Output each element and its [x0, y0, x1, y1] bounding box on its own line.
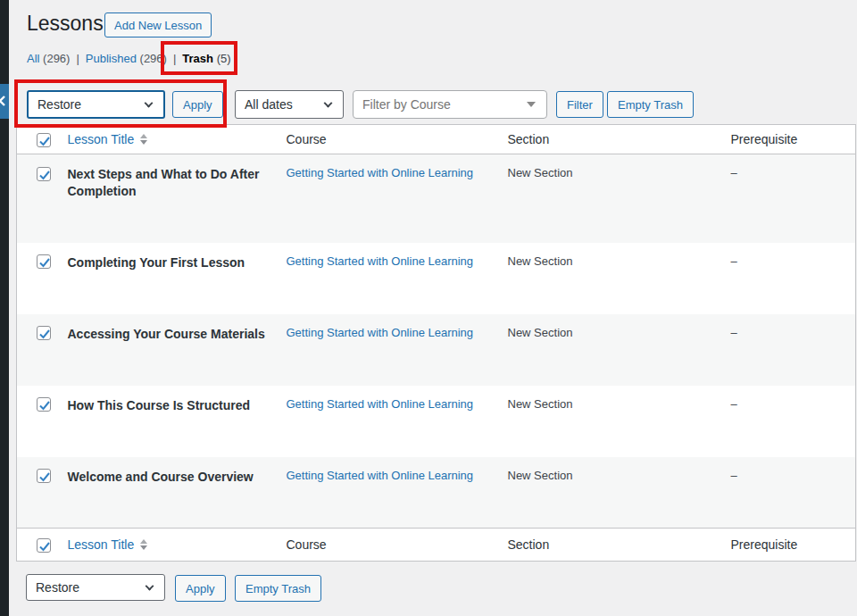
prerequisite-cell: –	[722, 314, 856, 386]
column-footer-title: Lesson Title	[68, 537, 135, 552]
course-link[interactable]: Getting Started with Online Learning	[287, 469, 474, 482]
dropdown-arrow-icon	[527, 102, 536, 107]
lesson-title: Completing Your First Lesson	[59, 243, 278, 314]
table-footer-row: Lesson Title Course Section Prerequisite	[17, 529, 856, 562]
sidebar-active-item[interactable]	[0, 84, 9, 119]
dates-filter-select[interactable]: All dates	[235, 90, 344, 119]
column-footer-course: Course	[278, 529, 499, 562]
table-row: How This Course Is Structured Getting St…	[17, 386, 856, 457]
prerequisite-cell: –	[722, 243, 856, 314]
course-link[interactable]: Getting Started with Online Learning	[287, 166, 474, 179]
table-row: Completing Your First Lesson Getting Sta…	[17, 243, 856, 314]
chevron-down-icon	[146, 582, 154, 591]
table-row: Next Steps and What to Do After Completi…	[17, 154, 856, 243]
bulk-action-value: Restore	[37, 97, 81, 112]
sort-by-title-link-bottom[interactable]: Lesson Title	[68, 537, 148, 552]
course-link[interactable]: Getting Started with Online Learning	[287, 326, 474, 339]
dates-filter-value: All dates	[245, 97, 293, 112]
section-cell: New Section	[499, 386, 722, 457]
prerequisite-cell: –	[722, 386, 856, 457]
chevron-down-icon	[324, 99, 333, 108]
lesson-title: Next Steps and What to Do After Completi…	[59, 154, 278, 243]
section-cell: New Section	[499, 314, 722, 386]
lesson-title: Accessing Your Course Materials	[59, 314, 278, 386]
view-trash-link[interactable]: Trash (5)	[182, 52, 230, 65]
apply-button[interactable]: Apply	[172, 91, 223, 118]
apply-button-bottom[interactable]: Apply	[175, 575, 226, 602]
view-separator: |	[76, 52, 79, 65]
column-footer-prerequisite: Prerequisite	[722, 529, 856, 562]
table-header-row: Lesson Title Course Section Prerequisite	[17, 125, 856, 154]
lesson-title: Welcome and Course Overview	[59, 457, 278, 529]
row-checkbox[interactable]	[37, 326, 51, 340]
select-all-checkbox-bottom[interactable]	[37, 538, 51, 553]
row-checkbox[interactable]	[37, 469, 51, 483]
course-link[interactable]: Getting Started with Online Learning	[287, 397, 474, 411]
bulk-action-select-bottom[interactable]: Restore	[26, 574, 165, 601]
row-checkbox[interactable]	[37, 167, 51, 181]
page-title: Lessons	[27, 10, 104, 37]
column-footer-section: Section	[499, 529, 722, 562]
course-filter-placeholder: Filter by Course	[362, 97, 451, 112]
sort-indicator-icon	[140, 134, 147, 145]
column-header-section: Section	[499, 125, 722, 154]
section-cell: New Section	[499, 243, 722, 314]
column-header-prerequisite: Prerequisite	[722, 125, 856, 154]
view-filter-links: All (296) | Published (296) | Trash (5)	[27, 52, 231, 65]
bulk-action-select[interactable]: Restore	[27, 90, 165, 119]
chevron-down-icon	[145, 99, 154, 108]
sort-by-title-link[interactable]: Lesson Title	[68, 132, 148, 146]
table-row: Accessing Your Course Materials Getting …	[17, 314, 856, 386]
table-row: Welcome and Course Overview Getting Star…	[17, 457, 856, 529]
bulk-action-value-bottom: Restore	[36, 580, 79, 595]
lesson-title: How This Course Is Structured	[59, 386, 278, 457]
lessons-table: Lesson Title Course Section Prerequisite…	[16, 124, 856, 562]
view-published-link[interactable]: Published (296)	[86, 52, 167, 65]
prerequisite-cell: –	[722, 154, 856, 243]
admin-sidebar-rail	[0, 0, 9, 616]
view-separator: |	[173, 52, 176, 65]
column-header-course: Course	[278, 125, 499, 154]
prerequisite-cell: –	[722, 457, 856, 529]
view-all-link[interactable]: All (296)	[27, 52, 70, 65]
column-header-title: Lesson Title	[68, 132, 135, 146]
course-link[interactable]: Getting Started with Online Learning	[287, 254, 474, 268]
course-filter-select[interactable]: Filter by Course	[353, 90, 547, 119]
select-all-checkbox[interactable]	[37, 133, 51, 147]
collapse-menu-icon	[0, 95, 7, 111]
section-cell: New Section	[499, 154, 722, 243]
section-cell: New Section	[499, 457, 722, 529]
row-checkbox[interactable]	[37, 397, 51, 412]
add-new-lesson-button[interactable]: Add New Lesson	[104, 12, 212, 37]
sort-indicator-icon	[140, 539, 147, 550]
empty-trash-button-top[interactable]: Empty Trash	[607, 91, 694, 118]
filter-button[interactable]: Filter	[556, 91, 603, 118]
empty-trash-button-bottom[interactable]: Empty Trash	[235, 575, 321, 602]
row-checkbox[interactable]	[37, 254, 51, 269]
